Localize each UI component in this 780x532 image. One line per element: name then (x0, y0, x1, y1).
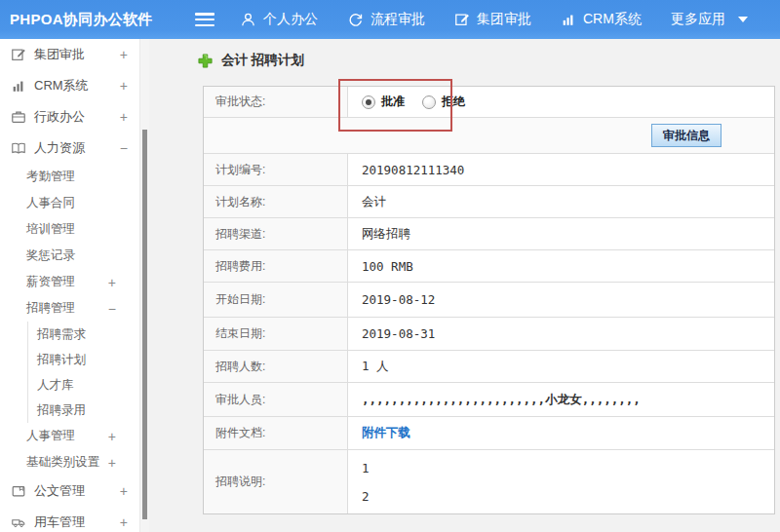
field-label: 结束日期: (204, 318, 348, 350)
sidebar-item-base-category[interactable]: 基础类别设置 + (0, 449, 149, 475)
field-label: 计划编号: (204, 154, 348, 185)
field-value: 20190812111340 (348, 154, 774, 185)
table-row-headcount: 招聘人数: 1 人 (204, 351, 774, 383)
approve-radio-label: 批准 (381, 94, 405, 110)
field-value-multiline: 1 2 (348, 450, 774, 513)
sidebar-item-label: 用车管理 (34, 513, 85, 531)
sidebar-menu: 集团审批 + CRM系统 + 行政办公 + (0, 39, 149, 532)
table-row-recruit-cost: 招聘费用: 100 RMB (204, 250, 774, 283)
field-label: 开始日期: (204, 283, 348, 317)
document-icon (11, 483, 26, 499)
sidebar-item-recruit-mgmt[interactable]: 招聘管理 − (0, 295, 149, 322)
field-value: 网络招聘 (348, 218, 774, 249)
table-row-recruit-description: 招聘说明: 1 2 (204, 450, 774, 513)
sidebar-item-label: CRM系统 (34, 77, 89, 95)
sidebar-item-hr-contract[interactable]: 人事合同 (0, 190, 149, 216)
sidebar-item-recruit-hire[interactable]: 招聘录用 (0, 398, 149, 423)
sidebar-item-rewards-records[interactable]: 奖惩记录 (0, 243, 149, 269)
app-window: PHPOA协同办公软件 个人办公 流程审批 集团审批 (0, 0, 780, 532)
sidebar-item-salary[interactable]: 薪资管理 + (0, 269, 149, 295)
field-value: 2019-08-31 (348, 318, 774, 350)
field-value: 100 RMB (348, 250, 774, 282)
sidebar-item-label: 考勤管理 (26, 169, 75, 185)
description-line: 1 (362, 461, 774, 475)
sidebar-item-hr[interactable]: 人力资源 − (0, 133, 149, 164)
field-label: 计划名称: (204, 186, 348, 217)
top-bar: PHPOA协同办公软件 个人办公 流程审批 集团审批 (0, 0, 780, 39)
hamburger-menu-icon[interactable] (195, 13, 214, 26)
sidebar-item-recruit-demand[interactable]: 招聘需求 (0, 322, 149, 347)
sidebar-item-attendance[interactable]: 考勤管理 (0, 164, 149, 190)
nav-more-apps[interactable]: 更多应用 (671, 11, 748, 28)
nav-label: 流程审批 (370, 11, 425, 28)
sidebar-scrollbar-track[interactable] (139, 39, 149, 532)
collapse-toggle[interactable]: − (120, 140, 128, 156)
approve-radio[interactable] (362, 95, 375, 109)
sidebar-item-label: 奖惩记录 (26, 247, 75, 264)
nav-label: 集团审批 (477, 11, 531, 28)
button-cell: 审批信息 (204, 118, 774, 153)
sidebar-item-label: 基础类别设置 (26, 454, 99, 471)
expand-toggle[interactable]: + (108, 275, 116, 290)
field-label: 招聘渠道: (204, 218, 348, 249)
sidebar-item-vehicle-mgmt[interactable]: 用车管理 + (0, 507, 149, 532)
sidebar-item-document-mgmt[interactable]: 公文管理 + (0, 475, 149, 507)
sidebar-item-label: 招聘管理 (26, 300, 75, 317)
nav-label: CRM系统 (583, 11, 642, 28)
reject-radio[interactable] (422, 95, 436, 109)
attachment-download-link[interactable]: 附件下载 (362, 425, 410, 441)
collapse-toggle[interactable]: − (108, 301, 116, 317)
sidebar-item-personnel-mgmt[interactable]: 人事管理 + (0, 423, 149, 449)
page-title-text: 会计 招聘计划 (221, 52, 304, 69)
expand-toggle[interactable]: + (120, 514, 128, 530)
table-row-start-date: 开始日期: 2019-08-12 (204, 283, 774, 318)
approval-info-button[interactable]: 审批信息 (651, 124, 722, 147)
cycle-icon (347, 12, 364, 28)
nav-label: 个人办公 (263, 11, 318, 28)
sidebar: 集团审批 + CRM系统 + 行政办公 + (0, 39, 149, 532)
sidebar-scrollbar-thumb[interactable] (142, 130, 147, 519)
sidebar-item-label: 人才库 (37, 377, 74, 394)
sidebar-item-admin-office[interactable]: 行政办公 + (0, 101, 149, 133)
edit-icon (11, 47, 26, 62)
briefcase-icon (11, 109, 26, 125)
sidebar-item-label: 招聘计划 (37, 352, 86, 368)
expand-toggle[interactable]: + (120, 47, 128, 62)
table-row-end-date: 结束日期: 2019-08-31 (204, 318, 774, 351)
expand-toggle[interactable]: + (120, 78, 128, 94)
table-row-approval-button: 审批信息 (204, 118, 774, 154)
sidebar-item-label: 培训管理 (26, 221, 75, 238)
table-row-attachment: 附件文档: 附件下载 (204, 417, 774, 450)
expand-toggle[interactable]: + (108, 429, 116, 444)
chart-icon (11, 78, 26, 94)
reject-radio-label: 拒绝 (442, 94, 465, 110)
caret-down-icon (738, 17, 748, 22)
sidebar-item-group-approval[interactable]: 集团审批 + (0, 39, 149, 70)
field-label: 审批状态: (204, 87, 348, 117)
field-label: 审批人员: (204, 383, 348, 416)
truck-icon (11, 514, 26, 530)
plus-icon (198, 54, 213, 68)
sidebar-item-label: 招聘录用 (37, 402, 86, 419)
top-nav: 个人办公 流程审批 集团审批 CRM系统 更多应用 (240, 0, 748, 39)
sidebar-item-training[interactable]: 培训管理 (0, 216, 149, 243)
sidebar-item-label: 薪资管理 (26, 274, 75, 290)
nav-process-approval[interactable]: 流程审批 (347, 11, 425, 28)
expand-toggle[interactable]: + (120, 109, 128, 125)
nav-crm-system[interactable]: CRM系统 (561, 11, 642, 28)
table-row-approvers: 审批人员: ,,,,,,,,,,,,,,,,,,,,,,,,,小龙女,,,,,,… (204, 383, 774, 417)
sidebar-item-recruit-plan[interactable]: 招聘计划 (0, 347, 149, 372)
sidebar-item-label: 人力资源 (34, 139, 85, 157)
expand-toggle[interactable]: + (108, 455, 116, 471)
approval-radio-group: 批准 拒绝 (348, 87, 774, 117)
recruit-plan-detail-table: 审批状态: 批准 拒绝 审批信息 计划编号: 20190812111340 (203, 86, 775, 514)
nav-personal-office[interactable]: 个人办公 (240, 11, 318, 28)
nav-group-approval[interactable]: 集团审批 (454, 11, 531, 28)
sidebar-item-label: 行政办公 (34, 108, 85, 126)
nav-label: 更多应用 (671, 11, 725, 28)
page-title: 会计 招聘计划 (198, 52, 304, 69)
sidebar-item-crm[interactable]: CRM系统 + (0, 70, 149, 101)
table-row-recruit-channel: 招聘渠道: 网络招聘 (204, 218, 774, 250)
sidebar-item-talent-pool[interactable]: 人才库 (0, 372, 149, 398)
expand-toggle[interactable]: + (120, 483, 128, 499)
